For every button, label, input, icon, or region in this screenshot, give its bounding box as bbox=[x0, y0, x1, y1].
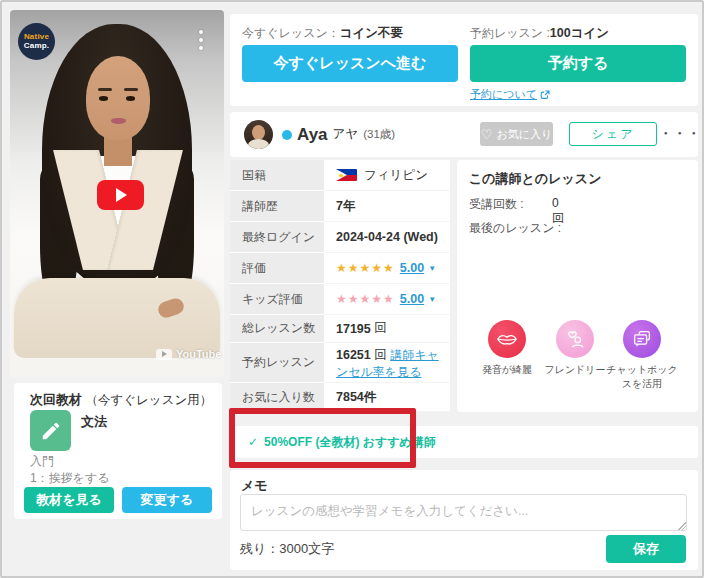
external-link-icon bbox=[540, 90, 550, 100]
philippines-flag-icon bbox=[336, 169, 357, 181]
online-status-dot bbox=[282, 130, 292, 140]
teacher-avatar bbox=[244, 120, 273, 149]
badge-chatbox-label: チャットボックスを活用 bbox=[604, 363, 680, 391]
caret-down-icon: ▼ bbox=[428, 264, 436, 273]
reserve-value: 100コイン bbox=[550, 26, 609, 40]
reserve-button[interactable]: 予約する bbox=[470, 45, 686, 82]
youtube-icon bbox=[156, 349, 172, 360]
table-row-rating: 評価 ★★★★★ 5.00 ▼ bbox=[230, 253, 450, 284]
teacher-age: (31歳) bbox=[363, 127, 395, 142]
experience-value: 7年 bbox=[336, 198, 355, 215]
favorites-count-value: 7854件 bbox=[336, 389, 376, 406]
view-material-button[interactable]: 教材を見る bbox=[24, 487, 114, 513]
kids-rating-value-link[interactable]: 5.00 bbox=[400, 292, 424, 306]
table-row-favorites: お気に入り数 7854件 bbox=[230, 383, 450, 412]
share-button[interactable]: シェア bbox=[569, 122, 657, 146]
lesson-now-button[interactable]: 今すぐレッスンへ進む bbox=[242, 45, 458, 82]
brand-bottom-label: Camp. bbox=[24, 42, 49, 50]
teacher-header-card: Aya アヤ (31歳) ♡ お気に入り シェア ・・・ bbox=[230, 112, 698, 157]
lesson-count-row: 受講回数 : 0回 bbox=[469, 196, 524, 213]
about-reservation-link[interactable]: 予約について bbox=[470, 87, 550, 102]
youtube-play-button[interactable] bbox=[97, 180, 144, 210]
play-icon bbox=[116, 188, 127, 202]
last-login-value: 2024-04-24 (Wed) bbox=[336, 230, 438, 244]
table-row-reserved-lessons: 予約レッスン 16251 回 講師キャンセル率を見る bbox=[230, 343, 450, 383]
table-row-last-login: 最終ログイン 2024-04-24 (Wed) bbox=[230, 222, 450, 253]
next-material-subtitle: （今すぐレッスン用） bbox=[85, 393, 212, 407]
badge-pronunciation bbox=[488, 320, 526, 358]
memo-remaining-count: 残り：3000文字 bbox=[240, 540, 334, 558]
table-row-experience: 講師歴 7年 bbox=[230, 191, 450, 222]
profile-table: 国籍 フィリピン 講師歴 7年 最終ログイン 2024-04-24 (Wed) … bbox=[230, 160, 450, 412]
table-row-nationality: 国籍 フィリピン bbox=[230, 160, 450, 191]
teacher-video-card: Native Camp. YouTube bbox=[10, 10, 224, 377]
photo-arms bbox=[14, 278, 220, 358]
last-lesson-row: 最後のレッスン : bbox=[469, 220, 561, 237]
badge-friendly bbox=[556, 320, 594, 358]
badge-friendly-label: フレンドリー bbox=[537, 363, 613, 377]
favorite-button[interactable]: ♡ お気に入り bbox=[480, 122, 553, 146]
teacher-kana: アヤ bbox=[333, 126, 359, 143]
kids-rating-stars-icon: ★★★★★ bbox=[336, 292, 395, 306]
teacher-profile-page: Native Camp. YouTube 次回教材 （今すぐレッスン用） 文法 … bbox=[0, 0, 704, 578]
check-icon: ✓ bbox=[248, 435, 258, 449]
badge-chatbox bbox=[623, 320, 661, 358]
kebab-menu-icon[interactable] bbox=[193, 28, 209, 52]
change-material-button[interactable]: 変更する bbox=[122, 487, 212, 513]
table-row-kids-rating: キッズ評価 ★★★★★ 5.00 ▼ bbox=[230, 284, 450, 315]
memo-input[interactable] bbox=[240, 494, 687, 531]
material-level: 入門 bbox=[30, 453, 54, 470]
resize-grip-icon[interactable] bbox=[678, 522, 686, 530]
lessons-with-teacher-card: この講師とのレッスン 受講回数 : 0回 最後のレッスン : bbox=[457, 160, 698, 412]
lesson-now-value: コイン不要 bbox=[340, 26, 403, 40]
badge-pronunciation-label: 発音が綺麗 bbox=[469, 363, 545, 377]
photo-face bbox=[86, 56, 150, 140]
memo-card: メモ 残り：3000文字 保存 bbox=[230, 470, 698, 570]
offer-band: ✓ 50%OFF (全教材) おすすめ講師 bbox=[230, 426, 698, 458]
memo-title: メモ bbox=[241, 477, 268, 495]
teacher-name-row: Aya アヤ (31歳) bbox=[297, 112, 395, 157]
nationality-value: フィリピン bbox=[364, 167, 428, 184]
next-material-header: 次回教材 （今すぐレッスン用） bbox=[30, 391, 212, 409]
pencil-icon bbox=[40, 420, 62, 442]
lesson-now-label: 今すぐレッスン：コイン不要 bbox=[242, 25, 403, 42]
next-material-title: 次回教材 bbox=[30, 392, 82, 407]
total-lessons-value: 17195 bbox=[336, 322, 371, 336]
heart-person-icon bbox=[564, 328, 586, 350]
chatbox-icon bbox=[631, 328, 653, 350]
table-row-total-lessons: 総レッスン数 17195 回 bbox=[230, 315, 450, 343]
material-thumbnail[interactable] bbox=[30, 410, 71, 451]
rating-value-link[interactable]: 5.00 bbox=[400, 261, 424, 275]
youtube-watermark[interactable]: YouTube bbox=[156, 348, 221, 360]
teacher-name: Aya bbox=[297, 125, 328, 145]
more-menu-icon[interactable]: ・・・ bbox=[667, 120, 693, 148]
lips-icon bbox=[496, 328, 518, 350]
next-material-card: 次回教材 （今すぐレッスン用） 文法 入門 1：挨拶をする 教材を見る 変更する bbox=[14, 383, 222, 519]
material-lesson: 1：挨拶をする bbox=[30, 470, 110, 487]
save-button[interactable]: 保存 bbox=[606, 535, 686, 563]
rating-stars-icon: ★★★★★ bbox=[336, 261, 395, 275]
lesson-actions-card: 今すぐレッスン：コイン不要 今すぐレッスンへ進む 予約レッスン :100コイン … bbox=[230, 14, 698, 106]
caret-down-icon: ▼ bbox=[428, 295, 436, 304]
nativecamp-logo: Native Camp. bbox=[18, 23, 55, 60]
offer-text: 50%OFF (全教材) おすすめ講師 bbox=[264, 434, 436, 451]
material-name: 文法 bbox=[81, 413, 107, 431]
lessons-with-teacher-title: この講師とのレッスン bbox=[469, 170, 601, 188]
reserved-lessons-value: 16251 bbox=[336, 348, 371, 362]
reserve-label: 予約レッスン :100コイン bbox=[470, 25, 609, 42]
youtube-watermark-label: YouTube bbox=[176, 348, 221, 360]
heart-icon: ♡ bbox=[481, 128, 493, 141]
